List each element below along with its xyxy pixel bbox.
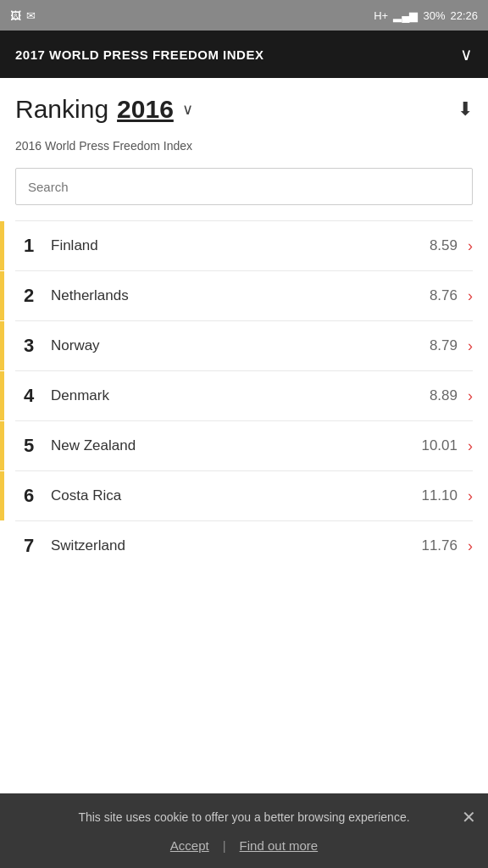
score: 8.59 [430, 237, 458, 254]
battery-level: 30% [423, 9, 445, 22]
country-name: Costa Rica [51, 487, 421, 504]
clock: 22:26 [450, 9, 478, 22]
country-name: Finland [51, 237, 430, 254]
mail-icon: ✉ [26, 9, 36, 22]
image-icon: 🖼 [10, 9, 21, 22]
rank-bar [0, 321, 4, 370]
score: 11.10 [421, 487, 458, 504]
sub-title: 2016 World Press Freedom Index [15, 139, 473, 153]
status-left-icons: 🖼 ✉ [10, 9, 36, 22]
main-content: Ranking 2016 ∨ ⬇︎ 2016 World Press Freed… [0, 78, 488, 570]
status-right-info: H+ ▂▄▆ 30% 22:26 [374, 9, 478, 22]
ranking-title-group: Ranking 2016 ∨ [15, 95, 193, 124]
download-button[interactable]: ⬇︎ [458, 98, 473, 120]
chevron-right-icon: › [468, 237, 473, 255]
country-name: Denmark [51, 387, 430, 404]
rank-number: 5 [15, 435, 51, 457]
chevron-right-icon: › [468, 337, 473, 355]
search-container [15, 168, 473, 205]
country-name: New Zealand [51, 437, 421, 454]
ranking-item[interactable]: 5 New Zealand 10.01 › [15, 420, 473, 470]
ranking-header: Ranking 2016 ∨ ⬇︎ [15, 95, 473, 124]
score: 8.79 [430, 337, 458, 354]
rank-number: 4 [15, 385, 51, 407]
ranking-item[interactable]: 6 Costa Rica 11.10 › [15, 470, 473, 520]
cookie-find-more-button[interactable]: Find out more [240, 838, 319, 853]
rank-number: 3 [15, 335, 51, 357]
year-dropdown-icon[interactable]: ∨ [182, 100, 193, 119]
score: 8.76 [430, 287, 458, 304]
rank-number: 7 [15, 535, 51, 557]
rank-bar [0, 471, 4, 520]
ranking-year[interactable]: 2016 [117, 95, 174, 124]
cookie-actions: Accept | Find out more [34, 838, 454, 853]
ranking-list: 1 Finland 8.59 › 2 Netherlands 8.76 › 3 … [15, 220, 473, 570]
score: 11.76 [421, 537, 458, 554]
chevron-right-icon: › [468, 487, 473, 505]
rank-bar [0, 221, 4, 270]
app-header: 2017 WORLD PRESS FREEDOM INDEX ∨ [0, 31, 488, 78]
country-name: Netherlands [51, 287, 430, 304]
ranking-item[interactable]: 3 Norway 8.79 › [15, 320, 473, 370]
status-bar: 🖼 ✉ H+ ▂▄▆ 30% 22:26 [0, 0, 488, 31]
signal-type: H+ [374, 9, 388, 22]
cookie-close-button[interactable]: ✕ [462, 807, 476, 827]
cookie-banner: ✕ This site uses cookie to offer you a b… [0, 793, 488, 868]
rank-bar [0, 371, 4, 420]
app-title: 2017 WORLD PRESS FREEDOM INDEX [15, 47, 263, 62]
ranking-item[interactable]: 1 Finland 8.59 › [15, 220, 473, 270]
rank-number: 2 [15, 285, 51, 307]
cookie-separator: | [223, 838, 226, 853]
ranking-item[interactable]: 2 Netherlands 8.76 › [15, 270, 473, 320]
ranking-item[interactable]: 7 Switzerland 11.76 › [15, 520, 473, 570]
ranking-label: Ranking [15, 95, 108, 124]
rank-number: 6 [15, 485, 51, 507]
country-name: Switzerland [51, 537, 421, 554]
header-dropdown-icon[interactable]: ∨ [460, 44, 473, 64]
chevron-right-icon: › [468, 437, 473, 455]
score: 10.01 [421, 437, 458, 454]
chevron-right-icon: › [468, 287, 473, 305]
signal-bars: ▂▄▆ [393, 9, 418, 22]
rank-bar [0, 271, 4, 320]
chevron-right-icon: › [468, 537, 473, 555]
cookie-accept-button[interactable]: Accept [170, 838, 209, 853]
score: 8.89 [430, 387, 458, 404]
search-input[interactable] [15, 168, 473, 205]
rank-number: 1 [15, 235, 51, 257]
cookie-message: This site uses cookie to offer you a bet… [34, 809, 454, 826]
chevron-right-icon: › [468, 387, 473, 405]
rank-bar [0, 421, 4, 470]
ranking-item[interactable]: 4 Denmark 8.89 › [15, 370, 473, 420]
country-name: Norway [51, 337, 430, 354]
